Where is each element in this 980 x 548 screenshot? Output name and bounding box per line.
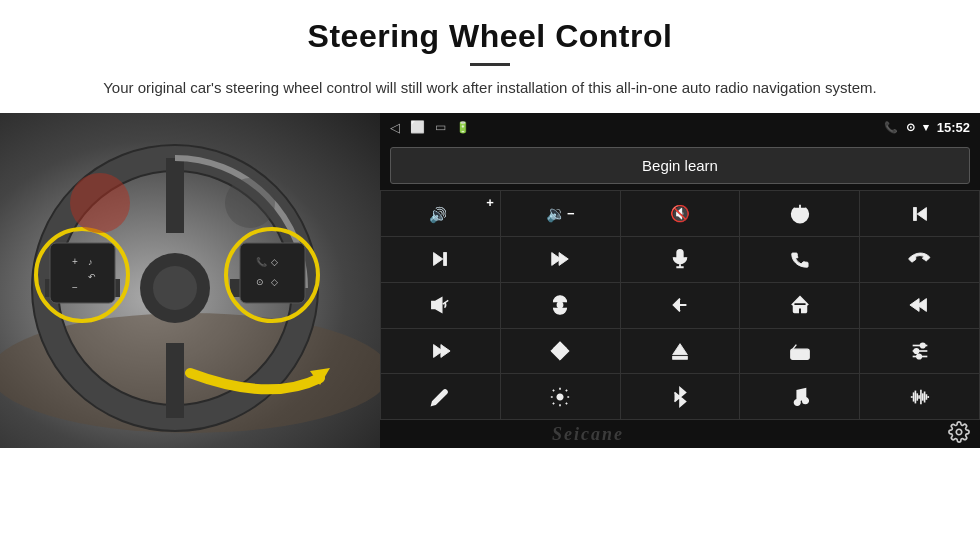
svg-text:360°: 360° [557,310,567,315]
nav-home-icon[interactable]: ⬜ [410,120,425,134]
steering-wheel-svg: + − ♪ ↶ 📞 ◇ ⊙ ◇ [0,113,380,448]
svg-marker-39 [441,345,450,358]
svg-text:🔊: 🔊 [429,205,448,223]
next-button[interactable] [381,237,500,282]
page: Steering Wheel Control Your original car… [0,0,980,548]
settings-btn[interactable] [501,374,620,419]
prev-track-button[interactable] [860,191,979,236]
header-description: Your original car's steering wheel contr… [80,76,900,99]
svg-text:♪: ♪ [88,257,93,267]
svg-marker-32 [432,298,442,313]
svg-point-45 [793,352,797,356]
time-display: 15:52 [937,120,970,135]
eject-button[interactable] [621,329,740,374]
svg-point-69 [956,429,962,435]
svg-text:−: − [72,282,78,293]
svg-point-50 [914,349,919,354]
begin-learn-section: Begin learn [380,141,980,190]
page-title: Steering Wheel Control [60,18,920,55]
svg-text:↶: ↶ [88,272,96,282]
back-button[interactable] [621,283,740,328]
pen-button[interactable] [381,374,500,419]
svg-rect-43 [673,357,688,360]
svg-point-8 [153,266,197,310]
camera-360-button[interactable]: 360° [501,283,620,328]
nav-recents-icon[interactable]: ▭ [435,120,446,134]
status-bar: ◁ ⬜ ▭ 🔋 📞 ⊙ ▾ 15:52 [380,113,980,141]
svg-rect-9 [50,243,115,303]
controls-grid: 🔊 + 🔉− 🔇 [380,190,980,420]
gps-icon: ⊙ [906,121,915,134]
ff-button[interactable] [501,237,620,282]
svg-text:📞: 📞 [256,256,268,268]
android-screen: ◁ ⬜ ▭ 🔋 📞 ⊙ ▾ 15:52 Begin learn [380,113,980,448]
skip-back-button[interactable] [860,283,979,328]
svg-text:◇: ◇ [271,277,278,287]
svg-marker-27 [434,253,443,266]
svg-text:⊙: ⊙ [256,277,264,287]
svg-marker-37 [910,299,919,312]
svg-point-52 [920,343,925,348]
svg-marker-25 [917,207,926,220]
header-divider [470,63,510,66]
radio-button[interactable] [740,329,859,374]
svg-point-34 [557,302,563,308]
bluetooth-button[interactable] [621,374,740,419]
svg-point-22 [70,173,130,233]
nav-back-icon[interactable]: ◁ [390,120,400,135]
battery-icon: 🔋 [456,121,470,134]
svg-rect-26 [913,207,916,220]
wifi-icon: ▾ [923,121,929,134]
mute-button[interactable]: 🔇 [621,191,740,236]
home-button[interactable] [740,283,859,328]
svg-point-56 [557,394,563,400]
seicane-logo: Seicane [552,424,624,445]
eq-button[interactable] [860,329,979,374]
svg-point-54 [916,354,921,359]
vol-down-button[interactable]: 🔉− [501,191,620,236]
music-button[interactable] [740,374,859,419]
main-content: + − ♪ ↶ 📞 ◇ ⊙ ◇ [0,113,980,548]
navigate-button[interactable] [501,329,620,374]
branding-bar: Seicane [380,420,980,448]
svg-marker-42 [673,344,688,355]
car-image: + − ♪ ↶ 📞 ◇ ⊙ ◇ [0,113,380,448]
header-section: Steering Wheel Control Your original car… [0,0,980,105]
mic-button[interactable] [621,237,740,282]
svg-text:+: + [72,256,78,267]
settings-gear-icon[interactable] [948,421,970,448]
horn-button[interactable] [381,283,500,328]
svg-rect-14 [240,243,305,303]
svg-text:◇: ◇ [271,257,278,267]
vol-up-button[interactable]: 🔊 + [381,191,500,236]
svg-rect-28 [444,253,447,266]
begin-learn-button[interactable]: Begin learn [390,147,970,184]
svg-point-23 [225,178,275,228]
nav-icons: ◁ ⬜ ▭ 🔋 [390,120,470,135]
hang-up-button[interactable] [860,237,979,282]
svg-line-48 [792,345,796,350]
phone-status-icon: 📞 [884,121,898,134]
power-button[interactable] [740,191,859,236]
status-right: 📞 ⊙ ▾ 15:52 [884,120,970,135]
call-button[interactable] [740,237,859,282]
svg-marker-30 [559,253,568,266]
fast-fwd2-button[interactable] [381,329,500,374]
waveform-button[interactable] [860,374,979,419]
